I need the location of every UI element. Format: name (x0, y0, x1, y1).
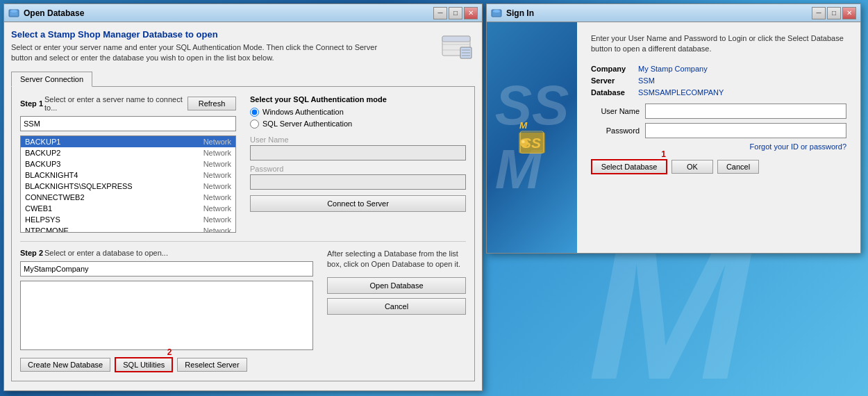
company-label: Company (591, 65, 633, 73)
server-name-input[interactable] (20, 116, 236, 131)
server-list[interactable]: BACKUP1 Network BACKUP2 Network BACKUP3 … (20, 135, 236, 233)
step2-section: Step 2 Select or enter a database to ope… (20, 241, 466, 350)
open-database-button[interactable]: Open Database (327, 277, 466, 294)
signin-left-panel: SSM SS M (487, 22, 577, 253)
username-label: User Name (250, 135, 466, 144)
database-list[interactable] (20, 281, 313, 350)
minimize-button[interactable]: ─ (433, 7, 447, 19)
refresh-button[interactable]: Refresh (187, 97, 236, 110)
svg-text:M: M (519, 120, 528, 131)
signin-buttons: Select Database 1 OK Cancel (591, 159, 846, 174)
windows-auth-option[interactable]: Windows Authentication (250, 108, 466, 117)
signin-controls: ─ □ ✕ (812, 7, 856, 19)
server-label: Server (591, 76, 633, 85)
step2-header: Step 2 Select or enter a database to ope… (20, 249, 313, 257)
signin-password-row: Password (591, 123, 846, 138)
create-new-database-button[interactable]: Create New Database (20, 358, 110, 372)
sql-auth-radio[interactable] (250, 119, 259, 129)
svg-point-1 (10, 10, 17, 13)
steps-container: Step 1 Select or enter a server name to … (20, 95, 466, 233)
signin-title: Sign In (491, 8, 534, 19)
select-database-button[interactable]: Select Database (591, 159, 667, 174)
windows-auth-radio[interactable] (250, 108, 259, 117)
step1-header: Step 1 Select or enter a server name to … (20, 95, 236, 112)
cancel-open-button[interactable]: Cancel (327, 298, 466, 315)
open-db-titlebar: Open Database ─ □ ✕ (4, 4, 482, 22)
db-window-icon (8, 8, 19, 19)
database-name-input[interactable] (20, 261, 313, 277)
connect-to-server-button[interactable]: Connect to Server (250, 195, 466, 212)
ssm-logo-icon: SS M (511, 117, 553, 158)
signin-username-input[interactable] (645, 104, 846, 119)
step2-right: After selecting a Database from the list… (327, 249, 466, 350)
server-list-item[interactable]: CONNECTWEB2 Network (21, 192, 235, 203)
signin-instruction: Enter your User Name and Password to Log… (591, 33, 846, 55)
signin-window-icon (491, 8, 502, 19)
signin-right-panel: Enter your User Name and Password to Log… (577, 22, 860, 253)
database-value: SSMSAMPLECOMPANY (638, 88, 724, 97)
step1-left: Step 1 Select or enter a server name to … (20, 95, 236, 233)
step1-right: Select your SQL Authentication mode Wind… (250, 95, 466, 233)
signin-username-label: User Name (591, 107, 640, 115)
signin-fields: User Name Password (591, 104, 846, 138)
header-description: Select or enter your server name and ent… (11, 42, 386, 64)
signin-window: Sign In ─ □ ✕ SSM SS M (486, 3, 861, 254)
close-button[interactable]: ✕ (464, 7, 478, 19)
open-db-title: Open Database (8, 8, 84, 19)
step2-left: Step 2 Select or enter a database to ope… (20, 249, 313, 350)
server-list-item[interactable]: NTPCMONE Network (21, 225, 235, 233)
cancel-signin-button[interactable]: Cancel (717, 160, 759, 174)
bottom-buttons: Create New Database SQL Utilities 2 Rese… (20, 357, 466, 372)
server-list-item[interactable]: BLACKNIGHTS\SQLEXPRESS Network (21, 181, 235, 192)
windows-auth-label: Windows Authentication (262, 108, 344, 116)
open-database-window: Open Database ─ □ ✕ Select a Stamp Shop … (3, 3, 483, 391)
svg-point-19 (521, 140, 525, 144)
signin-close-button[interactable]: ✕ (842, 7, 856, 19)
server-list-item[interactable]: CWEB1 Network (21, 203, 235, 214)
signin-maximize-button[interactable]: □ (827, 7, 841, 19)
sql-auth-label: SQL Server Authentication (262, 119, 352, 128)
open-db-controls: ─ □ ✕ (433, 7, 478, 19)
username-input[interactable] (250, 145, 466, 160)
svg-rect-5 (442, 36, 470, 42)
signin-password-label: Password (591, 126, 640, 135)
password-label: Password (250, 165, 466, 173)
server-list-item[interactable]: BACKUP1 Network (21, 136, 235, 147)
ok-button[interactable]: OK (671, 160, 713, 174)
open-db-instruction: After selecting a Database from the list… (327, 249, 466, 270)
database-icon (441, 31, 474, 60)
server-list-item[interactable]: BACKUP2 Network (21, 147, 235, 158)
tab-content: Step 1 Select or enter a server name to … (11, 86, 475, 381)
open-db-content: Select a Stamp Shop Manager Database to … (4, 22, 482, 388)
database-row: Database SSMSAMPLECOMPANY (591, 88, 846, 97)
step1-description: Select or enter a server name to connect… (44, 95, 187, 112)
header-text: Select a Stamp Shop Manager Database to … (11, 29, 386, 64)
reselect-server-button[interactable]: Reselect Server (177, 358, 247, 372)
server-value: SSM (638, 76, 655, 85)
tab-server-connection[interactable]: Server Connection (11, 72, 92, 87)
server-list-item[interactable]: BLACKNIGHT4 Network (21, 170, 235, 181)
signin-content: SSM SS M Enter your User Name and Passwo… (487, 22, 860, 253)
company-value: My Stamp Company (638, 65, 708, 73)
sql-utilities-button[interactable]: SQL Utilities (115, 357, 173, 372)
signin-minimize-button[interactable]: ─ (812, 7, 826, 19)
auth-section: Select your SQL Authentication mode Wind… (250, 95, 466, 129)
forgot-password-link[interactable]: Forgot your ID or password? (591, 142, 846, 151)
server-list-item[interactable]: BACKUP3 Network (21, 158, 235, 170)
header-icon (440, 29, 475, 60)
open-db-header: Select a Stamp Shop Manager Database to … (11, 29, 475, 64)
auth-title: Select your SQL Authentication mode (250, 95, 466, 104)
sql-utilities-marker: 2 (167, 347, 172, 357)
server-row: Server SSM (591, 76, 846, 85)
sql-auth-option[interactable]: SQL Server Authentication (250, 119, 466, 129)
tab-bar: Server Connection (11, 71, 475, 86)
step2-description: Select or enter a database to open... (44, 249, 313, 257)
svg-point-13 (493, 10, 500, 13)
signin-password-input[interactable] (645, 123, 846, 138)
signin-username-row: User Name (591, 104, 846, 119)
select-db-marker: 1 (661, 149, 666, 159)
maximize-button[interactable]: □ (449, 7, 462, 19)
password-input[interactable] (250, 174, 466, 190)
server-list-item[interactable]: HELPSYS Network (21, 214, 235, 225)
signin-titlebar: Sign In ─ □ ✕ (487, 4, 860, 22)
